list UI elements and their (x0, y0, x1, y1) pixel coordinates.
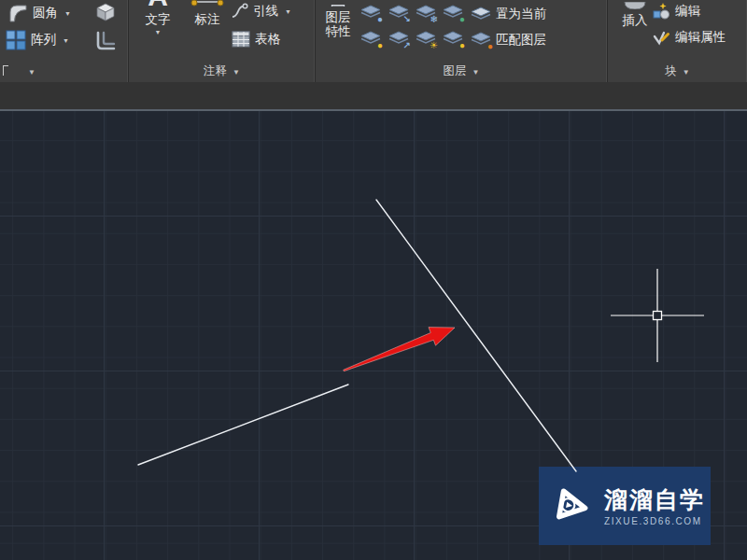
presspull-button[interactable] (94, 1, 117, 23)
text-icon: A (144, 0, 172, 11)
leader-dropdown-icon[interactable]: ▼ (285, 8, 291, 15)
watermark-play-logo-icon (550, 482, 595, 530)
layers-panel-label[interactable]: 图层 ▼ (316, 60, 607, 82)
leader-button[interactable]: 引线 ▼ (232, 3, 291, 20)
array-label: 阵列 (31, 32, 56, 49)
fillet-button[interactable]: 圆角 ▼ (7, 3, 71, 23)
edit-attributes-icon (652, 29, 670, 46)
array-dropdown-icon[interactable]: ▼ (63, 37, 69, 44)
layers-panel-expand-icon[interactable]: ▼ (472, 68, 480, 77)
layer-properties-icon (331, 0, 345, 7)
lock-icon: ● (459, 15, 465, 24)
snowflake-icon: ❄ (430, 15, 438, 24)
match-layer-label: 匹配图层 (496, 32, 546, 49)
block-edit-label: 编辑 (675, 3, 700, 20)
block-edit-button[interactable]: 编辑 (652, 3, 700, 20)
match-layer-button[interactable]: ● 匹配图层 (471, 32, 546, 49)
drawing-canvas[interactable]: 溜溜自学 zixue.3d66.com (0, 111, 747, 560)
pin-icon: ● (377, 15, 383, 24)
block-panel-expand-icon[interactable]: ▼ (683, 68, 690, 77)
arrow-up-right-icon: ↗ (403, 41, 411, 50)
arrow-down-right-icon: ↘ (403, 15, 411, 24)
offset-profile-icon (94, 30, 117, 52)
watermark-title: 溜溜自学 (604, 486, 705, 512)
dimension-icon (189, 0, 226, 11)
layer-properties-button[interactable]: 图层 特性 (318, 0, 358, 38)
edit-attributes-button[interactable]: 编辑属性 (652, 29, 726, 46)
lightbulb-icon: ● (377, 41, 383, 50)
set-current-button[interactable]: 置为当前 (471, 6, 546, 22)
leader-label: 引线 (253, 3, 278, 20)
offset-button[interactable] (94, 30, 117, 52)
array-icon (6, 30, 26, 50)
table-button[interactable]: 表格 (232, 31, 280, 48)
insert-button[interactable]: 插入 (613, 0, 656, 29)
text-label: 文字 (146, 11, 171, 28)
layer-unlock-button[interactable]: ● (443, 31, 463, 48)
insert-label: 插入 (623, 12, 648, 29)
modify-panel-label[interactable]: ▼ (0, 60, 128, 82)
layer-freeze-button[interactable]: ❄ (416, 5, 436, 21)
drawn-line[interactable] (376, 200, 576, 471)
leader-icon (232, 3, 248, 20)
layer-off-button[interactable]: ● (360, 31, 381, 48)
red-annotation-arrow (344, 328, 455, 371)
fillet-icon (7, 3, 28, 23)
ribbon-panel-modify: 圆角 ▼ 阵列 ▼ (0, 0, 129, 82)
table-icon (232, 31, 250, 48)
modify-panel-expand-icon[interactable]: ▼ (28, 68, 35, 77)
layer-properties-label-2: 特性 (326, 24, 351, 38)
fillet-label: 圆角 (33, 5, 58, 21)
watermark-url: zixue.3d66.com (604, 516, 705, 526)
pickbox-icon (654, 312, 662, 320)
annotation-panel-expand-icon[interactable]: ▼ (233, 68, 240, 77)
sun-icon: ☀ (430, 41, 438, 50)
set-current-layer-icon (471, 7, 491, 21)
layer-previous-button[interactable]: ↗ (388, 31, 409, 48)
unlock-icon: ● (459, 41, 465, 50)
insert-block-icon (622, 0, 648, 9)
layer-thaw-button[interactable]: ☀ (416, 31, 436, 48)
ribbon-lower-bar (0, 82, 747, 111)
layer-lock-button[interactable]: ● (443, 5, 463, 21)
text-button[interactable]: A 文字 ▼ (136, 0, 179, 35)
array-button[interactable]: 阵列 ▼ (6, 30, 69, 50)
block-edit-icon (652, 3, 670, 20)
clipped-label-fragment (3, 65, 8, 76)
layer-isolate-button[interactable]: ● (360, 5, 381, 21)
cube-3d-icon (94, 1, 117, 23)
layer-fade-button[interactable]: ↘ (388, 5, 409, 21)
annotation-panel-label[interactable]: 注释 ▼ (129, 60, 315, 82)
dimension-label: 标注 (195, 11, 220, 28)
edit-attributes-label: 编辑属性 (675, 29, 726, 46)
dimension-button[interactable]: 标注 (183, 0, 232, 28)
set-current-label: 置为当前 (496, 6, 546, 22)
ribbon-panel-block: 插入 编辑 编辑属性 块 ▼ (608, 0, 747, 82)
drawn-line[interactable] (138, 385, 348, 465)
block-panel-label[interactable]: 块 ▼ (608, 60, 747, 82)
table-label: 表格 (255, 31, 280, 48)
ribbon-panel-layers: 图层 特性 ● ↘ ❄ ● ● (316, 0, 608, 82)
layer-properties-label-1: 图层 (326, 10, 351, 24)
ribbon-panel-annotation: A 文字 ▼ 标注 引线 (129, 0, 316, 82)
watermark: 溜溜自学 zixue.3d66.com (539, 467, 711, 545)
match-layer-icon: ● (471, 32, 491, 49)
ribbon: 圆角 ▼ 阵列 ▼ (0, 0, 747, 82)
autocad-window: 圆角 ▼ 阵列 ▼ (0, 0, 747, 560)
fillet-dropdown-icon[interactable]: ▼ (64, 10, 71, 17)
text-dropdown-icon[interactable]: ▼ (155, 29, 162, 35)
